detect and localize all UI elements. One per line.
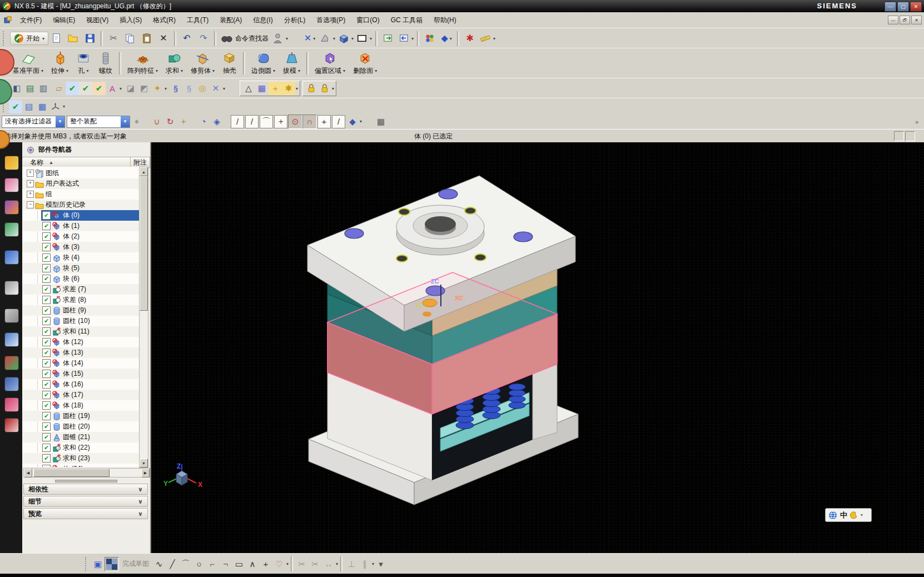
solid-view-button[interactable]: ▾: [336, 31, 355, 46]
menu-item-3[interactable]: 插入(S): [114, 13, 147, 27]
examine-geometry-button[interactable]: ✔: [66, 82, 79, 95]
strip-roles-icon[interactable]: [4, 156, 19, 170]
background-button[interactable]: ▾: [355, 31, 373, 46]
save-button[interactable]: [82, 31, 98, 46]
tree-item[interactable]: ✔体 (2): [22, 231, 140, 242]
toolbar-overflow-icon[interactable]: »: [915, 118, 918, 125]
scroll-left-icon[interactable]: ◀: [24, 469, 32, 477]
tree-item[interactable]: ✔求差 (7): [22, 284, 140, 295]
datum-feature-button[interactable]: 基准平面▾: [9, 51, 47, 76]
shellf-feature-button[interactable]: 抽壳: [218, 51, 241, 76]
strip-history-icon[interactable]: [4, 178, 19, 192]
tree-item[interactable]: ✔圆柱 (9): [22, 305, 140, 316]
perpendicular-constraint-button[interactable]: ⊥: [345, 558, 358, 571]
more-sketch-tools-button[interactable]: ▾: [374, 558, 388, 571]
checkbox-checked-icon[interactable]: ✔: [42, 370, 51, 378]
dimension-button[interactable]: ↔: [322, 558, 335, 571]
start-button[interactable]: 开始▾: [10, 32, 48, 45]
panel-splitter[interactable]: [22, 478, 150, 483]
offsetreg-feature-button[interactable]: 偏置区域▾: [311, 51, 349, 76]
menu-item-1[interactable]: 编辑(E): [47, 13, 81, 27]
chevron-down-icon[interactable]: ∨: [138, 498, 143, 505]
chevron-down-icon[interactable]: ▾: [120, 86, 122, 91]
profile-tool-button[interactable]: ∿: [152, 558, 166, 571]
quick-extend-button[interactable]: ✂: [309, 558, 322, 571]
chevron-down-icon[interactable]: ▾: [223, 86, 225, 91]
sketch-shade-toggle[interactable]: [105, 557, 119, 571]
fix-geometry-button[interactable]: ✔: [79, 82, 92, 95]
checkbox-checked-icon[interactable]: ✔: [42, 296, 51, 304]
chevron-down-icon[interactable]: ▾: [411, 36, 414, 41]
tree-item[interactable]: ✔圆柱 (19): [22, 411, 140, 421]
grid-snap-button[interactable]: ▦: [374, 115, 388, 128]
checkbox-checked-icon[interactable]: ✔: [42, 232, 51, 241]
endpoint-snap-button[interactable]: /: [231, 115, 244, 128]
checkbox-checked-icon[interactable]: ✔: [42, 391, 51, 399]
close-button[interactable]: ✕: [910, 2, 922, 12]
tree-item[interactable]: ✔体 (1): [22, 221, 140, 231]
strip-clock-icon[interactable]: [4, 309, 19, 323]
checkbox-checked-icon[interactable]: ✔: [42, 422, 51, 431]
chevron-down-icon[interactable]: ▾: [360, 119, 362, 124]
tree-column-header[interactable]: 名称 ▲ 附注: [22, 157, 150, 168]
undo-button[interactable]: ↶: [178, 31, 195, 46]
panel-细节[interactable]: 细节∨: [23, 496, 148, 507]
offset-curve-button[interactable]: ♡: [272, 558, 286, 571]
menu-item-12[interactable]: 帮助(H): [428, 13, 462, 27]
trimbody-feature-button[interactable]: 修剪体▾: [187, 51, 218, 76]
quick-trim-button[interactable]: ✂: [295, 558, 309, 571]
checkbox-checked-icon[interactable]: ✔: [42, 401, 51, 410]
datum-snap-button[interactable]: ◈: [210, 115, 223, 128]
ruler-button[interactable]: ▾: [478, 31, 496, 46]
checkbox-checked-icon[interactable]: ✔: [42, 338, 51, 346]
tree-item[interactable]: ✔块 (5): [22, 263, 140, 273]
layer-category-button[interactable]: ▥: [37, 82, 50, 95]
tree-item[interactable]: ✔体 (17): [22, 390, 140, 400]
checkbox-checked-icon[interactable]: ✔: [42, 211, 51, 220]
chevron-down-icon[interactable]: ▾: [313, 36, 315, 41]
panel-预览[interactable]: 预览∨: [23, 508, 148, 519]
selection-filter-combo[interactable]: 没有选择过滤器 ▼: [2, 116, 65, 128]
chevron-down-icon[interactable]: ▾: [181, 68, 183, 73]
layer-settings-button[interactable]: ▤: [23, 82, 37, 95]
checkbox-checked-icon[interactable]: ✔: [42, 222, 51, 230]
draft-analysis-button[interactable]: △: [242, 82, 255, 95]
chevron-down-icon[interactable]: ▾: [370, 36, 372, 41]
checkbox-checked-icon[interactable]: ✔: [42, 433, 51, 441]
arc-tool-button[interactable]: ⌒: [179, 558, 192, 571]
csys-display-button[interactable]: [49, 100, 62, 113]
spring-cross-button[interactable]: ✕: [209, 82, 222, 95]
scroll-up-icon[interactable]: ▲: [140, 167, 148, 176]
chevron-down-icon[interactable]: ▾: [63, 104, 65, 109]
chevron-down-icon[interactable]: ▾: [296, 86, 298, 91]
verify-body-button[interactable]: ✔: [92, 82, 106, 95]
line-tool-button[interactable]: ╱: [166, 558, 179, 571]
menu-item-2[interactable]: 视图(V): [81, 13, 114, 27]
chevron-down-icon[interactable]: ▾: [286, 36, 288, 41]
tree-item[interactable]: ✔块 (4): [22, 252, 140, 263]
chevron-down-icon[interactable]: ▾: [212, 68, 215, 73]
tree-item[interactable]: ✔圆柱 (20): [22, 421, 140, 432]
tree-item[interactable]: ✔体 (15): [22, 369, 140, 379]
tree-item[interactable]: ✔体 (14): [22, 358, 140, 369]
checkbox-checked-icon[interactable]: ✔: [42, 359, 51, 367]
language-options-icon[interactable]: ▾: [861, 513, 863, 518]
sketch-window-button[interactable]: ▣: [91, 558, 105, 571]
new-file-button[interactable]: [48, 31, 65, 46]
chevron-down-icon[interactable]: ▾: [336, 561, 338, 566]
pattern-feature-button[interactable]: 阵列特征▾: [123, 51, 162, 76]
checkbox-checked-icon[interactable]: ✔: [42, 285, 51, 294]
chevron-down-icon[interactable]: ▾: [351, 36, 354, 41]
menu-item-0[interactable]: 文件(F): [14, 13, 47, 27]
chevron-down-icon[interactable]: ▾: [493, 36, 495, 41]
tree-item[interactable]: ✔体 (16): [22, 379, 140, 390]
general-snap-button[interactable]: ⌖: [130, 115, 143, 128]
menu-item-11[interactable]: GC 工具箱: [385, 13, 428, 27]
manipulate-button[interactable]: ✦: [151, 82, 164, 95]
menu-item-10[interactable]: 窗口(O): [351, 13, 385, 27]
washer-tool-button[interactable]: ◎: [196, 82, 209, 95]
midpoint-snap-button[interactable]: /: [245, 115, 259, 128]
rotate-point-button[interactable]: ↻: [163, 115, 177, 128]
measure-button[interactable]: ✱: [461, 31, 478, 46]
checkbox-checked-icon[interactable]: ✔: [42, 454, 51, 462]
